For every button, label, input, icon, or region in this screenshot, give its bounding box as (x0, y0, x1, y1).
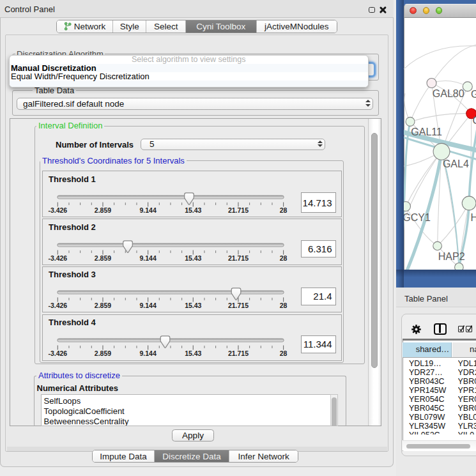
svg-text:H: H (470, 211, 476, 222)
svg-text:GCY1: GCY1 (404, 212, 431, 223)
svg-text:GA: GA (471, 88, 476, 99)
svg-text:C: C (472, 115, 476, 126)
svg-text:GAL11: GAL11 (411, 126, 442, 137)
svg-text:GAL4: GAL4 (442, 158, 468, 169)
svg-text:HAP2: HAP2 (438, 251, 464, 262)
svg-text:GAL80: GAL80 (432, 88, 464, 98)
